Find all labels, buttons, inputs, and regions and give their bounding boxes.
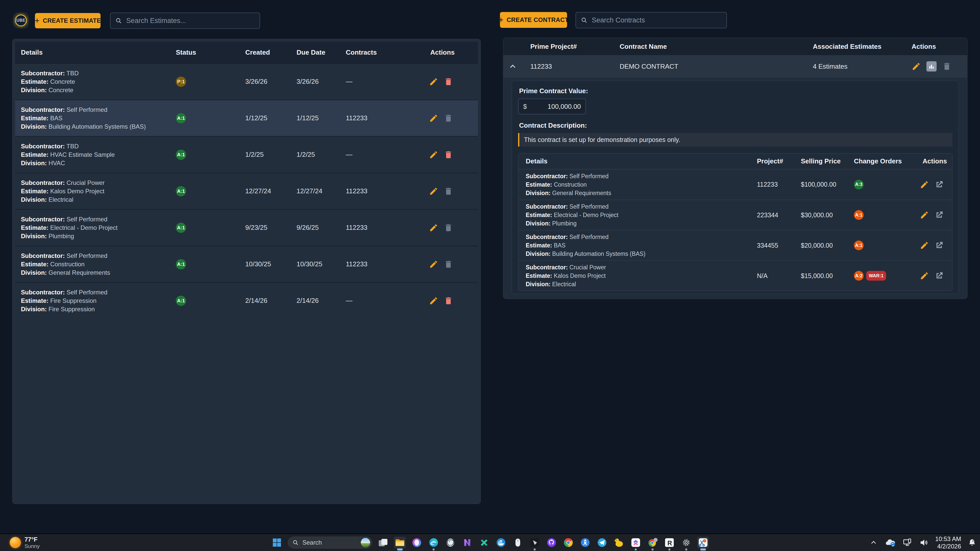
contracts-search[interactable]	[576, 12, 727, 28]
contract-description-label: Contract Description:	[519, 121, 953, 129]
docker-icon[interactable]	[495, 537, 507, 548]
delete-estimate-icon[interactable]	[444, 296, 453, 306]
edit-detail-icon[interactable]	[920, 180, 929, 189]
edit-estimate-icon[interactable]	[429, 296, 438, 306]
delete-estimate-icon[interactable]	[444, 77, 453, 86]
delete-estimate-icon[interactable]	[444, 150, 453, 159]
change-order-badge: A:2	[854, 271, 864, 280]
col-actions: Actions	[425, 48, 478, 56]
rocket-icon[interactable]	[579, 537, 591, 548]
edit-estimate-icon[interactable]	[429, 186, 438, 196]
contract-details-table: Details Project# Selling Price Change Or…	[518, 153, 953, 291]
collapse-chevron-icon[interactable]	[508, 62, 517, 71]
change-order-badge: WAR:1	[866, 271, 886, 280]
telegram-icon[interactable]	[596, 537, 608, 548]
app-logo[interactable]: UBE	[14, 13, 28, 28]
estimate-row[interactable]: Subcontractor: Self Performed Estimate: …	[15, 282, 478, 318]
estimates-search-input[interactable]	[126, 17, 255, 25]
rider-icon[interactable]: R	[663, 537, 675, 548]
col-associated-estimates: Associated Estimates	[804, 43, 903, 51]
delete-estimate-icon[interactable]	[444, 186, 453, 196]
delete-estimate-icon[interactable]	[444, 114, 453, 123]
onedrive-icon[interactable]	[884, 538, 896, 547]
estimate-row[interactable]: Subcontractor: Self Performed Estimate: …	[15, 245, 478, 282]
contract-row[interactable]: 112233 DEMO CONTRACT 4 Estimates	[503, 55, 967, 78]
estimate-row[interactable]: Subcontractor: Self Performed Estimate: …	[15, 100, 478, 136]
tray-expand-icon[interactable]	[870, 539, 877, 546]
postgresql-icon[interactable]	[445, 537, 456, 548]
device-icon[interactable]	[903, 538, 912, 548]
change-order-badge: A:3	[854, 180, 864, 190]
edit-estimate-icon[interactable]	[429, 77, 438, 86]
edit-estimate-icon[interactable]	[429, 223, 438, 233]
estimates-search[interactable]	[110, 13, 260, 29]
notepad-icon[interactable]	[461, 537, 473, 548]
contracts-value: —	[340, 151, 425, 159]
contract-detail-row[interactable]: Subcontractor: Self Performed Estimate: …	[518, 230, 952, 260]
delete-contract-icon[interactable]	[942, 62, 951, 71]
weather-widget[interactable]: 77°F Sunny	[7, 534, 42, 551]
copilot-icon[interactable]	[411, 537, 423, 548]
contract-detail-row[interactable]: Subcontractor: Crucial Power Estimate: K…	[518, 260, 952, 291]
contract-stats-icon[interactable]	[926, 61, 937, 72]
clock[interactable]: 10:53 AM 4/2/2026	[935, 535, 961, 550]
edit-detail-icon[interactable]	[920, 210, 929, 220]
contracts-search-input[interactable]	[592, 16, 722, 24]
notification-bell-icon[interactable]: z	[968, 538, 977, 547]
search-icon	[581, 16, 588, 24]
edit-estimate-icon[interactable]	[429, 260, 438, 269]
change-order-badge: A:1	[854, 210, 864, 220]
col-prime-project: Prime Project#	[522, 43, 611, 51]
estimate-row[interactable]: Subcontractor: TBD Estimate: Concrete Di…	[15, 63, 478, 100]
col-contract-name: Contract Name	[611, 43, 804, 51]
edge-icon[interactable]	[428, 537, 439, 548]
delete-estimate-icon[interactable]	[444, 223, 453, 233]
estimate-row[interactable]: Subcontractor: TBD Estimate: HVAC Estima…	[15, 136, 478, 173]
edit-detail-icon[interactable]	[920, 271, 929, 280]
chrome-icon[interactable]	[563, 537, 574, 548]
browser-profile-icon[interactable]	[647, 537, 659, 548]
contract-value: 100,000.00	[548, 103, 581, 111]
volume-icon[interactable]	[919, 538, 929, 548]
start-button[interactable]	[271, 537, 283, 548]
mouse-icon[interactable]	[512, 537, 524, 548]
task-view-icon[interactable]	[377, 537, 389, 548]
prime-contract-value-input[interactable]: $ 100,000.00	[518, 99, 586, 115]
clickup-icon[interactable]	[630, 537, 641, 548]
svg-text:z: z	[972, 539, 974, 542]
edit-detail-icon[interactable]	[920, 241, 929, 250]
create-estimate-button[interactable]: + CREATE ESTIMATE	[35, 13, 100, 28]
open-estimate-icon[interactable]	[935, 180, 944, 189]
clock-date: 4/2/2026	[935, 543, 961, 550]
file-explorer-icon[interactable]	[394, 537, 406, 548]
create-contract-button[interactable]: + CREATE CONTRACT	[500, 12, 567, 28]
col-due-date: Due Date	[291, 48, 340, 56]
contract-detail-row[interactable]: Subcontractor: Self Performed Estimate: …	[518, 169, 952, 200]
edit-contract-icon[interactable]	[912, 62, 921, 71]
estimates-table-body: Subcontractor: TBD Estimate: Concrete Di…	[15, 63, 478, 318]
settings-icon[interactable]	[680, 537, 692, 548]
github-icon[interactable]	[546, 537, 557, 548]
contracts-table: Prime Project# Contract Name Associated …	[503, 38, 967, 299]
col-contracts: Contracts	[340, 48, 425, 56]
snipping-tool-icon[interactable]	[697, 537, 709, 548]
project-number: N/A	[749, 272, 794, 280]
estimate-row[interactable]: Subcontractor: Self Performed Estimate: …	[15, 209, 478, 245]
vscode-icon[interactable]	[478, 537, 490, 548]
estimate-row[interactable]: Subcontractor: Crucial Power Estimate: K…	[15, 173, 478, 209]
estimates-header: Details Status Created Due Date Contract…	[15, 41, 478, 63]
edit-estimate-icon[interactable]	[429, 150, 438, 159]
contract-detail-row[interactable]: Subcontractor: Self Performed Estimate: …	[518, 200, 952, 230]
due-date: 9/26/25	[291, 224, 340, 232]
duck-icon[interactable]	[613, 537, 625, 548]
contracts-value: 112233	[340, 260, 425, 268]
contracts-value: 112233	[340, 114, 425, 122]
media-player-icon[interactable]	[529, 537, 541, 548]
open-estimate-icon[interactable]	[935, 210, 944, 220]
delete-estimate-icon[interactable]	[444, 260, 453, 269]
open-estimate-icon[interactable]	[935, 241, 944, 250]
taskbar-search[interactable]: Search	[288, 537, 372, 548]
currency-symbol: $	[523, 103, 527, 111]
edit-estimate-icon[interactable]	[429, 114, 438, 123]
open-estimate-icon[interactable]	[935, 271, 944, 280]
